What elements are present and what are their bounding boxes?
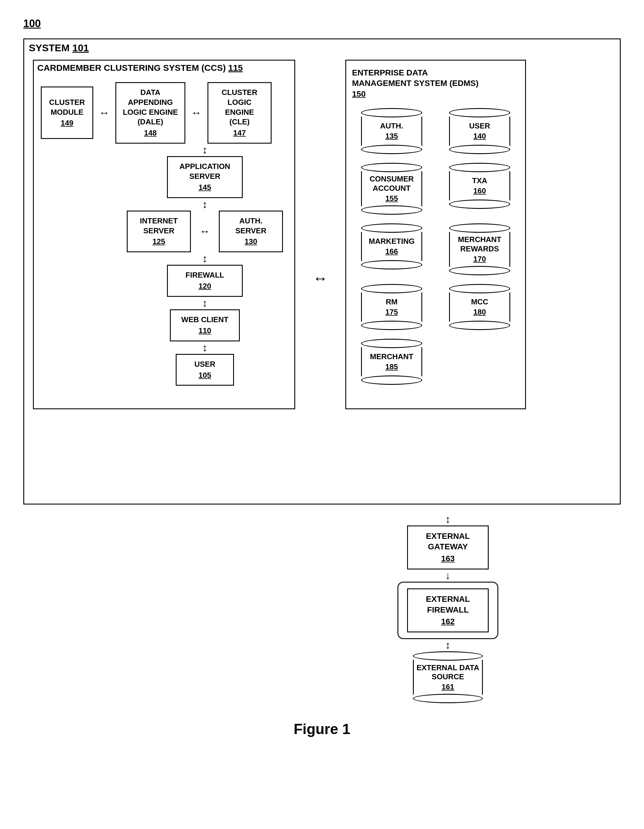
arrow-down-gw-fw: ↓ xyxy=(445,569,450,582)
user-box: USER105 xyxy=(176,354,234,386)
dale-box: DATAAPPENDINGLOGIC ENGINE(DALE) 148 xyxy=(115,82,185,143)
arrow-ccs-edms: ↔ xyxy=(313,270,328,287)
db-external-data-source: EXTERNAL DATASOURCE 161 xyxy=(413,651,483,703)
firewall-box: FIREWALL 120 xyxy=(167,265,243,297)
figure-caption: Figure 1 xyxy=(23,721,621,738)
arrow-down-4: ↕ xyxy=(202,297,207,309)
db-marketing: MARKETING 166 xyxy=(352,224,431,275)
arrow-down-3: ↕ xyxy=(202,252,207,265)
arrow-down-1: ↕ xyxy=(202,143,207,156)
internet-server-box: INTERNETSERVER125 xyxy=(127,211,191,252)
arrow-down-fw-ds: ↕ xyxy=(445,639,450,651)
arrow-cluster-dale: ↔ xyxy=(99,107,110,119)
external-gateway-box: EXTERNALGATEWAY163 xyxy=(407,525,489,569)
arrow-dale-cle: ↔ xyxy=(191,107,202,119)
db-mcc: MCC 180 xyxy=(440,284,519,330)
system-label: SYSTEM 101 xyxy=(29,42,89,54)
db-user: USER 140 xyxy=(440,108,519,154)
system-outer: SYSTEM 101 CARDMEMBER CLUSTERING SYSTEM … xyxy=(23,38,621,504)
auth-server-box: AUTH. SERVER130 xyxy=(219,211,283,252)
page-number: 100 xyxy=(23,17,621,30)
db-auth: AUTH. 135 xyxy=(352,108,431,154)
ccs-label: CARDMEMBER CLUSTERING SYSTEM (CCS) 115 xyxy=(37,63,243,73)
db-merchant-rewards: MERCHANTREWARDS 170 xyxy=(440,224,519,275)
db-merchant: MERCHANT 185 xyxy=(352,339,431,385)
db-txa: TXA 160 xyxy=(440,163,519,215)
db-rm: RM 175 xyxy=(352,284,431,330)
ccs-box: CARDMEMBER CLUSTERING SYSTEM (CCS) 115 C… xyxy=(33,60,295,409)
arrow-int-auth: ↔ xyxy=(200,225,210,237)
external-firewall-box: EXTERNAL FIREWALL162 xyxy=(407,588,489,632)
edms-box: ENTERPRISE DATAMANAGEMENT SYSTEM (EDMS)1… xyxy=(345,60,526,409)
db-consumer-account: CONSUMERACCOUNT 155 xyxy=(352,163,431,215)
app-server-box: APPLICATIONSERVER145 xyxy=(167,156,243,198)
cluster-module-box: CLUSTERMODULE 149 xyxy=(41,87,93,139)
arrow-down-5: ↕ xyxy=(202,341,207,354)
arrow-down-2: ↕ xyxy=(202,198,207,211)
web-client-box: WEB CLIENT110 xyxy=(170,309,240,341)
arrow-up-to-system: ↕ xyxy=(445,513,450,525)
cle-box: CLUSTERLOGIC ENGINE(CLE) 147 xyxy=(207,82,271,143)
edms-label: ENTERPRISE DATAMANAGEMENT SYSTEM (EDMS)1… xyxy=(352,68,519,99)
